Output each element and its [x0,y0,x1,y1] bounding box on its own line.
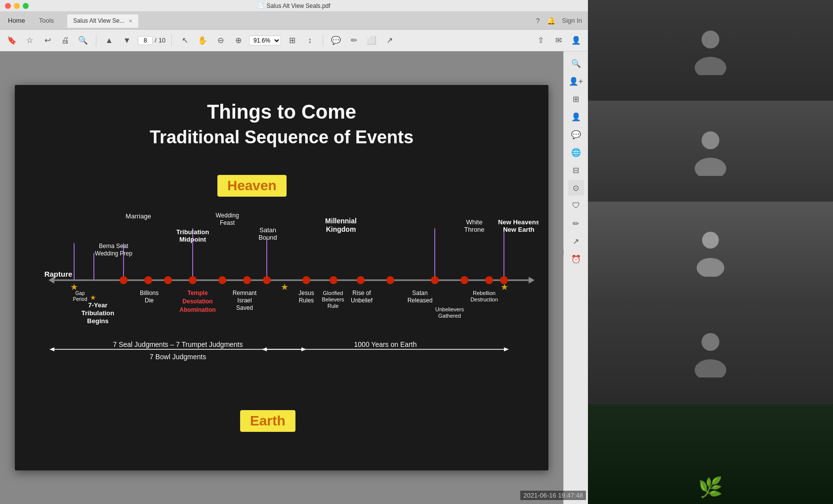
pdf-slide: Things to Come Traditional Sequence of E… [15,85,548,470]
search-icon[interactable]: 🔍 [76,34,90,47]
svg-point-0 [702,31,719,48]
pdf-area: Things to Come Traditional Sequence of E… [0,51,563,504]
pan-tool[interactable]: ✋ [196,34,209,47]
video-placeholder-5: 🌿 [588,404,833,504]
scroll-arrow[interactable]: ◀ [558,248,564,256]
label-bowl: 7 Bowl Judgments [150,353,206,361]
zoom-in-button[interactable]: ⊕ [231,34,245,47]
rt-zoom-icon[interactable]: 🔍 [568,55,584,71]
svg-point-2 [702,131,719,149]
svg-point-4 [702,232,719,249]
signin-button[interactable]: Sign In [562,17,582,24]
next-page-button[interactable]: ▼ [120,34,134,47]
title-line2: Traditional Sequence of Events [15,127,548,148]
stamp-icon[interactable]: ↗ [382,34,396,47]
rt-clock-icon[interactable]: ⏰ [568,251,584,267]
rt-shield-icon[interactable]: 🛡 [568,198,584,213]
rt-layout-icon[interactable]: ⊟ [568,162,584,178]
label-glorified-3: Rule [328,303,339,309]
rt-pen-icon[interactable]: ✏ [568,215,584,231]
label-satan-released-2: Released [408,297,433,304]
user-icon[interactable]: 👤 [569,34,583,47]
nature-icon: 🌿 [698,476,723,499]
person-silhouette-2 [691,126,730,176]
full-screen-icon[interactable]: ↕ [303,34,317,47]
label-billions-1: Billions [140,290,159,296]
label-remnant-1: Remnant [233,290,257,296]
close-button[interactable] [5,3,11,9]
title-bar: 📄 Salus Alt View Seals.pdf [0,0,588,12]
rt-share-icon[interactable]: ↗ [568,233,584,249]
traffic-lights[interactable] [5,3,29,9]
page-input[interactable] [138,36,153,45]
dot-7 [263,276,271,284]
label-7year-2: Tribulation [82,309,115,317]
rt-user-circle-icon[interactable]: ⊙ [568,180,584,196]
mail-icon[interactable]: ✉ [551,34,565,47]
highlight-icon[interactable]: ⬜ [365,34,378,47]
bookmark-icon[interactable]: 🔖 [5,34,19,47]
comment-icon[interactable]: 💬 [329,34,343,47]
label-temple: Temple [187,290,208,296]
maximize-button[interactable] [23,3,29,9]
dot-12 [431,276,439,284]
nav-tools[interactable]: Tools [36,15,57,26]
star-icon[interactable]: ☆ [23,34,37,47]
notifications-icon[interactable]: 🔔 [547,17,555,25]
label-seal: 7 Seal Judgments – 7 Trumpet Judgments [113,340,243,348]
dot-14 [485,276,493,284]
print-icon[interactable]: 🖨 [58,34,72,47]
rt-user-icon[interactable]: 👤 [568,109,584,125]
toolbar: 🔖 ☆ ↩ 🖨 🔍 ▲ ▼ / 10 ↖ ✋ ⊖ ⊕ 91.6% ⊞ ↕ 💬 ✏… [0,30,588,51]
rt-chat-icon[interactable]: 💬 [568,126,584,142]
timeline-arrow-end [529,277,535,284]
label-abomination: Abomination [179,306,215,313]
label-millennium: 1000 Years on Earth [354,340,417,348]
prev-page-button[interactable]: ▲ [102,34,116,47]
pdf-icon: 📄 [257,2,264,9]
dot-9 [330,276,337,284]
video-placeholder-2 [588,101,833,201]
minimize-button[interactable] [14,3,20,9]
label-remnant-3: Saved [236,304,253,311]
rt-user-plus-icon[interactable]: 👤+ [568,73,584,89]
label-mk-1: Millennial [325,217,357,225]
label-new-heavens: New Heavens [498,218,539,226]
zoom-select[interactable]: 91.6% [249,36,281,45]
tab-bar: Home Tools Salus Alt View Se... ✕ ? 🔔 Si… [0,12,588,30]
slide-title: Things to Come Traditional Sequence of E… [15,85,548,148]
svg-point-5 [697,258,724,277]
dot-10 [357,276,365,284]
page-separator: / [155,37,157,44]
dot-6 [243,276,251,284]
earth-box: Earth [240,410,295,432]
back-icon[interactable]: ↩ [41,34,54,47]
dot-4 [189,276,197,284]
help-button[interactable]: ? [536,17,540,25]
select-tool[interactable]: ↖ [178,34,192,47]
millennium-arrow-left [262,347,267,351]
divider-1 [96,35,96,46]
label-jesus-1: Jesus [298,290,314,296]
label-rise-2: Unbelief [351,297,373,304]
label-gap-1: Gap [76,291,85,296]
zoom-out-button[interactable]: ⊖ [213,34,227,47]
label-rapture: Rapture [44,270,73,278]
tab-bar-right: ? 🔔 Sign In [536,17,588,25]
label-desolation: Desolation [182,298,212,305]
dot-13 [460,276,468,284]
draw-icon[interactable]: ✏ [347,34,361,47]
svg-point-6 [702,333,719,351]
rt-grid-icon[interactable]: ⊞ [568,91,584,107]
pdf-tab[interactable]: Salus Alt View Se... ✕ [67,14,139,28]
star-mk: ★ [281,282,289,292]
fit-page-icon[interactable]: ⊞ [285,34,299,47]
tab-close-button[interactable]: ✕ [128,18,132,24]
nav-home[interactable]: Home [5,15,28,26]
rt-translate-icon[interactable]: 🌐 [568,144,584,160]
share-icon[interactable]: ⇧ [534,34,547,47]
person-silhouette-3 [691,227,730,277]
label-glorified-2: Believers [322,296,344,302]
video-placeholder-4 [588,303,833,403]
page-total: 10 [159,37,166,44]
